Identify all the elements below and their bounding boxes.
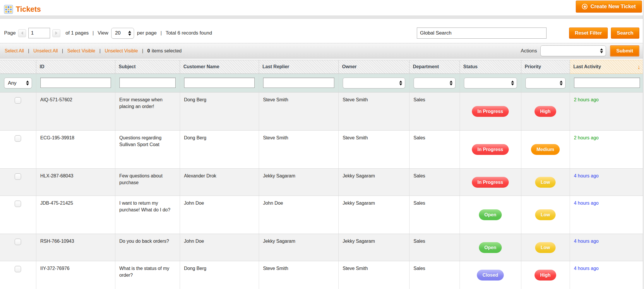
ticket-rows: AIQ-571-57602 Error message when placing… [0,93,644,289]
scrollbar-track[interactable] [643,0,644,289]
row-checkbox[interactable] [15,266,21,272]
row-checkbox[interactable] [15,239,21,245]
page-number-input[interactable] [28,28,50,38]
selected-count: 0 [147,48,150,54]
status-badge: Open [479,242,502,253]
row-checkbox[interactable] [15,201,21,207]
last-activity-value: 4 hours ago [574,266,599,271]
selected-count-text: items selected [152,48,181,54]
customer-name-cell: Alexander Drok [180,169,259,196]
create-new-ticket-button[interactable]: Create New Ticket [576,1,642,13]
total-records-text: Total 6 records found [166,30,212,36]
customer-name-cell: John Doe [180,234,259,261]
column-header-last-replier[interactable]: Last Replier [259,60,338,74]
department-cell: Sales [409,234,460,261]
page-title: Tickets [16,5,41,13]
select-visible-link[interactable]: Select Visible [67,48,95,54]
customer-name-cell: John Doe [180,196,259,234]
plus-icon [582,4,588,9]
previous-page-button[interactable] [18,29,26,37]
column-header-subject[interactable]: Subject [115,60,180,74]
actions-label: Actions [521,48,537,54]
last-activity-cell: 4 hours ago [570,261,644,289]
owner-cell: Steve Smith [338,261,409,289]
customer-name-cell: Dong Berg [180,261,259,289]
row-checkbox[interactable] [15,135,21,142]
filter-status-select[interactable] [464,78,517,88]
select-stepper-icon [128,31,131,36]
filter-id-input[interactable] [40,78,111,88]
search-button[interactable]: Search [611,28,639,39]
ticket-row[interactable]: RSH-766-10943 Do you do back orders? Joh… [0,234,644,261]
next-page-button[interactable] [52,29,60,37]
department-cell: Sales [409,169,460,196]
tickets-grid-icon [4,5,13,14]
column-header-id[interactable]: ID [36,60,115,74]
arrow-left-icon [21,31,23,35]
ticket-id-cell: HLX-287-68043 [36,169,115,196]
subject-cell: Error message when placing an order! [115,93,180,131]
column-header-last-activity[interactable]: Last Activity [570,60,644,74]
row-checkbox[interactable] [15,173,21,180]
column-header-status[interactable]: Status [460,60,521,74]
column-header-owner[interactable]: Owner [338,60,409,74]
last-replier-cell: Jekky Sagaram [259,234,338,261]
column-header-department[interactable]: Department [409,60,460,74]
row-checkbox[interactable] [15,97,21,104]
filter-any-select[interactable]: Any [4,78,32,88]
tickets-page: Tickets Create New Ticket Page of 1 page… [0,0,644,289]
per-page-select[interactable]: 20 [111,28,134,39]
last-activity-value: 2 hours ago [574,135,599,140]
last-activity-cell: 4 hours ago [570,234,644,261]
submit-button[interactable]: Submit [610,45,639,57]
owner-cell: Steve Smith [338,93,409,131]
filter-replier-input[interactable] [263,78,334,88]
last-replier-cell: Steve Smith [259,93,338,131]
ticket-row[interactable]: AIQ-571-57602 Error message when placing… [0,93,644,131]
filter-customer-input[interactable] [184,78,255,88]
total-pages-text: of 1 pages [66,30,89,36]
select-stepper-icon [600,48,603,53]
last-activity-cell: 2 hours ago [570,93,644,131]
ticket-row[interactable]: JDB-475-21425 I want to return my purcha… [0,196,644,234]
arrow-right-icon [55,31,57,35]
sort-desc-icon [637,64,640,70]
department-cell: Sales [409,261,460,289]
last-activity-value: 4 hours ago [574,173,599,178]
priority-badge: Low [535,242,556,253]
column-header-priority[interactable]: Priority [521,60,570,74]
status-badge: In Progress [472,106,509,117]
select-all-link[interactable]: Select All [5,48,24,54]
priority-badge: Medium [531,144,560,155]
customer-name-cell: Dong Berg [180,93,259,131]
massaction-bar: Select All | Unselect All | Select Visib… [0,43,644,59]
per-page-suffix: per page [137,30,157,36]
last-replier-cell: Steve Smith [259,261,338,289]
last-activity-value: 4 hours ago [574,239,599,244]
global-search-input[interactable] [417,28,547,39]
reset-filter-button[interactable]: Reset Filter [569,28,608,39]
last-activity-value: 2 hours ago [574,97,599,102]
unselect-all-link[interactable]: Unselect All [33,48,58,54]
status-badge: In Progress [472,177,509,188]
priority-badge: Low [535,209,556,220]
last-activity-cell: 4 hours ago [570,196,644,234]
header-row: ID Subject Customer Name Last Replier Ow… [0,60,644,74]
filter-activity-input[interactable] [574,78,640,88]
priority-badge: Low [535,177,556,188]
ticket-id-cell: JDB-475-21425 [36,196,115,234]
filter-subject-input[interactable] [119,78,176,88]
select-stepper-icon [450,81,453,85]
actions-select[interactable] [540,45,606,56]
filter-priority-select[interactable] [525,78,566,88]
ticket-row[interactable]: ECG-195-39918 Questions regarding Sulliv… [0,131,644,169]
unselect-visible-link[interactable]: Unselect Visible [105,48,138,54]
subject-cell: Questions regarding Sullivan Sport Coat [115,131,180,169]
filter-department-select[interactable] [414,78,455,88]
ticket-row[interactable]: HLX-287-68043 Few questions about purcha… [0,169,644,196]
page-header: Tickets Create New Ticket [0,0,644,16]
filter-owner-select[interactable] [343,78,405,88]
ticket-row[interactable]: IIY-372-76976 What is the status of my o… [0,261,644,289]
column-header-customer-name[interactable]: Customer Name [180,60,259,74]
department-cell: Sales [409,93,460,131]
